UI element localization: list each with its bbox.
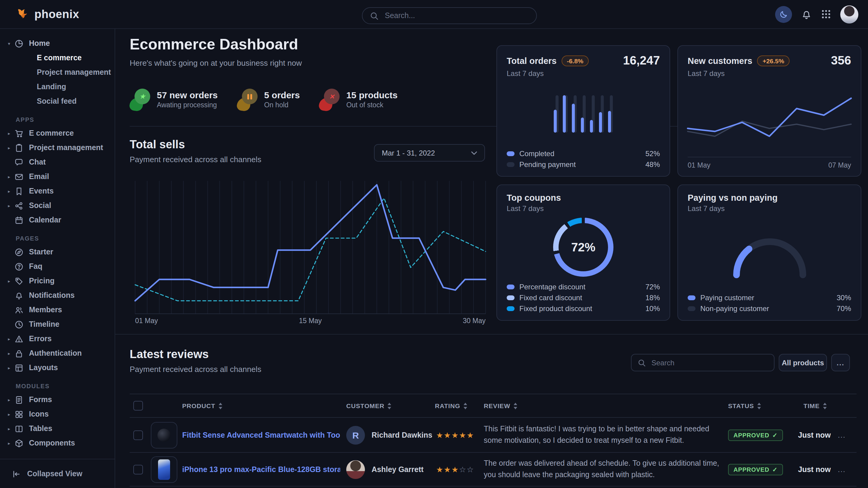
reviews-search-input[interactable]: [650, 358, 767, 367]
sidebar-item-ecommerce-app[interactable]: ▸ E commerce: [0, 126, 115, 140]
sidebar-item-pricing[interactable]: ▸ Pricing: [0, 274, 115, 288]
page-subtitle: Here's what's going on at your business …: [130, 59, 302, 67]
sidebar-item-layouts[interactable]: ▸ Layouts: [0, 360, 115, 375]
chevron-right-icon: ▸: [5, 351, 13, 356]
sidebar-section-modules: MODULES: [16, 383, 115, 389]
product-link[interactable]: iPhone 13 pro max-Pacific Blue-128GB sto…: [182, 465, 340, 474]
product-link[interactable]: Fitbit Sense Advanced Smartwatch with To…: [182, 431, 340, 439]
new-customers-line-chart: [688, 86, 851, 146]
chevron-right-icon: ▸: [5, 145, 13, 151]
user-avatar[interactable]: [840, 5, 858, 23]
row-actions-button[interactable]: ...: [838, 465, 846, 474]
sidebar-item-errors[interactable]: ▸ Errors: [0, 331, 115, 346]
review-time: Just now: [798, 431, 831, 439]
global-search[interactable]: [362, 7, 537, 24]
pause-badge-icon: [237, 89, 257, 111]
sidebar-item-components[interactable]: ▸ Components: [0, 436, 115, 450]
product-thumbnail[interactable]: [151, 422, 177, 448]
sidebar-item-events[interactable]: ▸ Events: [0, 184, 115, 198]
global-search-input[interactable]: [384, 11, 528, 21]
product-thumbnail[interactable]: [151, 456, 177, 483]
search-icon: [638, 359, 645, 366]
sidebar-item-notifications[interactable]: Notifications: [0, 288, 115, 303]
legend-swatch: [688, 295, 695, 300]
sidebar-item-landing[interactable]: Landing: [0, 79, 115, 94]
table-header: PRODUCT CUSTOMER RATING REVIEW STATUS TI…: [130, 394, 857, 418]
sidebar-item-e-commerce-home[interactable]: E commerce: [0, 51, 115, 65]
theme-toggle-button[interactable]: [775, 6, 792, 23]
all-products-button[interactable]: All products: [779, 354, 827, 371]
donut-center-label: 72%: [553, 218, 614, 277]
sidebar-item-calendar[interactable]: Calendar: [0, 213, 115, 227]
chevron-right-icon: ▸: [5, 174, 13, 180]
legend-swatch: [507, 306, 515, 311]
row-checkbox[interactable]: [133, 430, 143, 440]
grid-icon: [821, 9, 831, 19]
date-range-select[interactable]: Mar 1 - 31, 2022: [374, 144, 485, 162]
sort-icon: [823, 402, 827, 409]
card-header: New customers +26.5% 356: [688, 54, 851, 67]
share-icon: [14, 201, 24, 210]
question-icon: [14, 262, 24, 271]
total-sells-chart: [135, 181, 486, 314]
legend-swatch: [507, 285, 515, 289]
column-header-status[interactable]: STATUS: [728, 402, 761, 409]
select-all-checkbox[interactable]: [133, 401, 143, 411]
topbar-actions: [775, 0, 858, 28]
status-badge: APPROVED ✓: [728, 464, 783, 475]
column-header-customer[interactable]: CUSTOMER: [346, 402, 392, 409]
trend-badge: -6.8%: [561, 55, 589, 66]
cart-icon: [14, 129, 24, 138]
customer-name: Richard Dawkins: [372, 431, 432, 439]
bell-icon: [14, 291, 24, 300]
rating-stars: ★★★☆☆: [436, 465, 474, 474]
notifications-button[interactable]: [801, 9, 812, 20]
sidebar-item-members[interactable]: Members: [0, 303, 115, 317]
chevron-right-icon: ▸: [5, 365, 13, 370]
sidebar-item-project-management-app[interactable]: ▸ Project management: [0, 140, 115, 155]
chevron-right-icon: ▸: [5, 278, 13, 284]
sort-icon: [463, 402, 467, 409]
moon-icon: [779, 10, 788, 19]
sidebar-item-timeline[interactable]: Timeline: [0, 317, 115, 331]
layout-icon: [14, 363, 24, 372]
sidebar-item-tables[interactable]: ▸ Tables: [0, 421, 115, 436]
orders-legend: Completed 52% Pending payment 48%: [507, 150, 660, 169]
column-header-product[interactable]: PRODUCT: [182, 402, 223, 409]
stat-orders-on-hold: 5 orders On hold: [237, 89, 300, 111]
more-options-button[interactable]: ...: [831, 354, 850, 371]
column-header-time[interactable]: TIME: [803, 402, 827, 409]
page-title: Ecommerce Dashboard: [130, 36, 298, 53]
row-actions-button[interactable]: ...: [838, 431, 846, 439]
apps-grid-button[interactable]: [821, 9, 831, 19]
chevron-down-icon: [471, 151, 477, 155]
brand-logo[interactable]: phoenix: [16, 0, 79, 28]
column-header-review[interactable]: REVIEW: [484, 402, 518, 409]
sidebar-item-email[interactable]: ▸ Email: [0, 169, 115, 184]
check-icon: ✓: [772, 432, 778, 438]
sidebar-item-authentication[interactable]: ▸ Authentication: [0, 346, 115, 360]
chevron-right-icon: ▸: [5, 188, 13, 194]
chevron-right-icon: ▸: [5, 336, 13, 341]
paying-vs-nonpaying-card: Paying vs non paying Last 7 days Paying …: [677, 185, 861, 321]
customer-avatar: [346, 460, 365, 479]
chevron-down-icon: ▾: [5, 41, 13, 46]
sidebar-item-project-management-home[interactable]: Project management: [0, 65, 115, 79]
sort-icon: [757, 402, 761, 409]
collapse-icon: [12, 469, 21, 478]
sidebar-item-starter[interactable]: Starter: [0, 245, 115, 259]
sidebar-item-chat[interactable]: Chat: [0, 155, 115, 169]
sidebar-item-social-feed[interactable]: Social feed: [0, 94, 115, 108]
sidebar: ▾ Home E commerce Project management Lan…: [0, 28, 115, 488]
column-header-rating[interactable]: RATING: [435, 402, 467, 409]
sidebar-item-forms[interactable]: ▸ Forms: [0, 392, 115, 407]
sidebar-item-home[interactable]: ▾ Home: [0, 36, 115, 51]
collapse-sidebar-button[interactable]: Collapsed View: [0, 459, 115, 488]
section-divider: [115, 334, 868, 334]
sidebar-item-faq[interactable]: Faq: [0, 259, 115, 274]
sidebar-item-social[interactable]: ▸ Social: [0, 198, 115, 213]
legend-swatch: [507, 151, 515, 156]
reviews-search[interactable]: [631, 354, 775, 371]
sidebar-item-icons[interactable]: ▸ Icons: [0, 407, 115, 421]
row-checkbox[interactable]: [133, 464, 143, 474]
